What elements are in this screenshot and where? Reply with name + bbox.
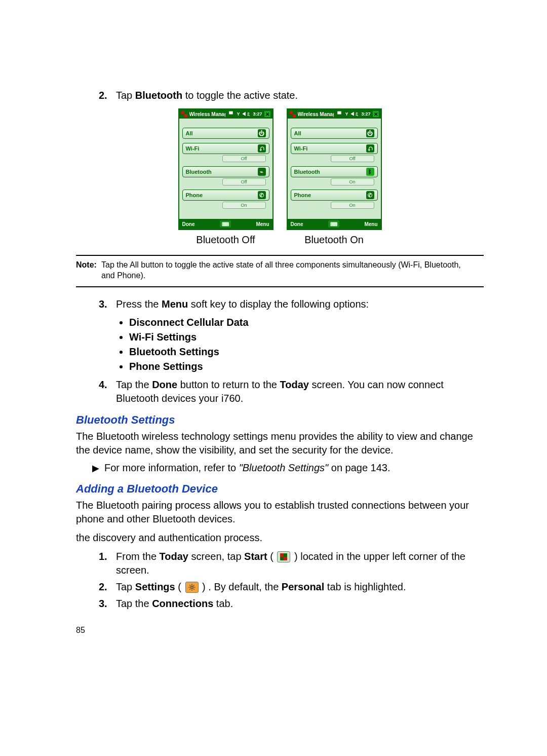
row-wifi: Wi-Fi ⮏ bbox=[182, 143, 269, 154]
keyboard-icon: ⌨ bbox=[220, 220, 231, 228]
step-3-text: Press the Menu soft key to display the f… bbox=[116, 297, 484, 311]
titlebar-title: Wireless Manag bbox=[298, 111, 334, 117]
keyboard-icon: ⌨ bbox=[328, 220, 339, 228]
row-all: All ⏻ bbox=[182, 128, 269, 139]
wifi-icon: ⮏ bbox=[258, 144, 266, 153]
note: Note: Tap the All button to toggle the a… bbox=[76, 260, 484, 281]
divider bbox=[76, 255, 484, 256]
wifi-status: Off bbox=[331, 155, 374, 162]
step-2-number: 2. bbox=[99, 89, 111, 102]
softkey-done: Done bbox=[182, 221, 195, 227]
step-number: 2. bbox=[99, 580, 111, 594]
cross-reference-text: For more information, refer to "Bluetoot… bbox=[104, 462, 390, 474]
step-2-text: Tap Bluetooth to toggle the active state… bbox=[116, 89, 484, 102]
start-flag-icon bbox=[277, 551, 290, 562]
bluetooth-off-icon: ⌁ bbox=[258, 168, 266, 176]
close-icon: ✕ bbox=[373, 111, 379, 117]
caption-bluetooth-on: Bluetooth On bbox=[304, 234, 364, 246]
menu-option: Phone Settings bbox=[129, 359, 484, 374]
titlebar: Wireless Manag ▝▘ Y ◀ミ 3:27 ✕ bbox=[179, 109, 272, 119]
svg-line-5 bbox=[189, 585, 190, 586]
wifi-icon: ⮏ bbox=[366, 144, 374, 153]
start-flag-icon bbox=[181, 111, 187, 117]
menu-options-list: Disconnect Cellular Data Wi-Fi Settings … bbox=[76, 315, 484, 374]
adding-para-2: the discovery and authentication process… bbox=[76, 531, 484, 545]
step-2: 2. Tap Bluetooth to toggle the active st… bbox=[99, 89, 484, 102]
titlebar-time: 3:27 bbox=[361, 111, 370, 117]
svg-line-8 bbox=[193, 585, 194, 586]
row-all: All ⏻ bbox=[291, 128, 378, 139]
step-3: 3. Press the Menu soft key to display th… bbox=[99, 297, 484, 311]
phone-status: On bbox=[222, 202, 266, 209]
heading-bluetooth-settings: Bluetooth Settings bbox=[76, 413, 484, 427]
antenna-icon: Y bbox=[345, 111, 348, 117]
close-icon: ✕ bbox=[264, 111, 270, 117]
softkey-menu: Menu bbox=[256, 221, 269, 227]
softkey-menu: Menu bbox=[364, 221, 377, 227]
titlebar-status-icons: ▝▘ Y ◀ミ 3:27 bbox=[336, 111, 370, 118]
adding-step-1: 1. From the Today screen, tap Start ( ) … bbox=[99, 550, 484, 577]
row-phone: Phone ✆ bbox=[291, 190, 378, 201]
svg-line-6 bbox=[193, 589, 194, 590]
row-wifi: Wi-Fi ⮏ bbox=[291, 143, 378, 154]
step-text: Tap the Connections tab. bbox=[116, 597, 484, 611]
start-flag-icon bbox=[290, 111, 296, 117]
row-bluetooth: Bluetooth ᛒ bbox=[291, 166, 378, 177]
step-text: Tap Settings ( ) . By default, the Perso… bbox=[116, 580, 484, 594]
power-icon: ⏻ bbox=[258, 129, 266, 137]
screenshots-row: Wireless Manag ▝▘ Y ◀ミ 3:27 ✕ All ⏻ bbox=[76, 108, 484, 246]
softkey-done: Done bbox=[291, 221, 303, 227]
bottom-bar: Done ⌨ Menu bbox=[179, 219, 272, 229]
caption-bluetooth-off: Bluetooth Off bbox=[196, 234, 255, 246]
adding-para-1: The Bluetooth pairing process allows you… bbox=[76, 499, 484, 526]
divider bbox=[76, 286, 484, 287]
screenshot-bluetooth-on: Wireless Manag ▝▘ Y ◀ミ 3:27 ✕ All ⏻ bbox=[287, 108, 382, 246]
step-number: 1. bbox=[99, 550, 111, 577]
antenna-icon: Y bbox=[237, 111, 240, 117]
adding-step-3: 3. Tap the Connections tab. bbox=[99, 597, 484, 611]
cross-reference: ▶ For more information, refer to "Blueto… bbox=[76, 462, 484, 474]
bluetooth-status: On bbox=[331, 178, 374, 185]
step-text: From the Today screen, tap Start ( ) loc… bbox=[116, 550, 484, 577]
device-screen-on: Wireless Manag ▝▘ Y ◀ミ 3:27 ✕ All ⏻ bbox=[287, 108, 382, 230]
device-screen-off: Wireless Manag ▝▘ Y ◀ミ 3:27 ✕ All ⏻ bbox=[178, 108, 274, 230]
settings-gear-icon bbox=[185, 582, 199, 593]
step-3-number: 3. bbox=[99, 297, 111, 311]
titlebar-title: Wireless Manag bbox=[189, 111, 226, 117]
svg-line-7 bbox=[189, 589, 190, 590]
row-bluetooth: Bluetooth ⌁ bbox=[182, 166, 269, 177]
menu-option: Bluetooth Settings bbox=[129, 345, 484, 359]
step-number: 3. bbox=[99, 597, 111, 611]
wifi-status: Off bbox=[222, 155, 266, 162]
triangle-bullet-icon: ▶ bbox=[92, 462, 99, 474]
step-4-number: 4. bbox=[99, 378, 111, 405]
signal-icon: ▝▘ bbox=[227, 111, 235, 117]
note-line2: and Phone). bbox=[76, 271, 484, 281]
heading-adding-bluetooth-device: Adding a Bluetooth Device bbox=[76, 482, 484, 496]
titlebar-time: 3:27 bbox=[253, 111, 262, 117]
page-number: 85 bbox=[76, 626, 484, 635]
note-line1: Tap the All button to toggle the active … bbox=[101, 260, 461, 271]
adding-step-2: 2. Tap Settings ( ) . By default, the Pe… bbox=[99, 580, 484, 594]
phone-icon: ✆ bbox=[366, 191, 374, 199]
titlebar-status-icons: ▝▘ Y ◀ミ 3:27 bbox=[227, 111, 262, 118]
power-icon: ⏻ bbox=[366, 129, 374, 137]
note-label: Note: bbox=[76, 260, 98, 271]
step-4: 4. Tap the Done button to return to the … bbox=[99, 378, 484, 405]
svg-point-0 bbox=[190, 586, 193, 589]
phone-status: On bbox=[331, 202, 374, 209]
row-phone: Phone ✆ bbox=[182, 190, 269, 201]
phone-icon: ✆ bbox=[258, 191, 266, 199]
bluetooth-settings-paragraph: The Bluetooth wireless technology settin… bbox=[76, 430, 484, 457]
screenshot-bluetooth-off: Wireless Manag ▝▘ Y ◀ミ 3:27 ✕ All ⏻ bbox=[178, 108, 274, 246]
step-4-text: Tap the Done button to return to the Tod… bbox=[116, 378, 484, 405]
menu-option: Wi-Fi Settings bbox=[129, 330, 484, 345]
bottom-bar: Done ⌨ Menu bbox=[288, 219, 381, 229]
titlebar: Wireless Manag ▝▘ Y ◀ミ 3:27 ✕ bbox=[288, 109, 381, 119]
bluetooth-status: Off bbox=[222, 178, 266, 185]
bluetooth-on-icon: ᛒ bbox=[366, 168, 374, 176]
signal-icon: ▝▘ bbox=[336, 111, 343, 117]
speaker-icon: ◀ミ bbox=[350, 111, 359, 118]
speaker-icon: ◀ミ bbox=[242, 111, 251, 118]
menu-option: Disconnect Cellular Data bbox=[129, 315, 484, 330]
